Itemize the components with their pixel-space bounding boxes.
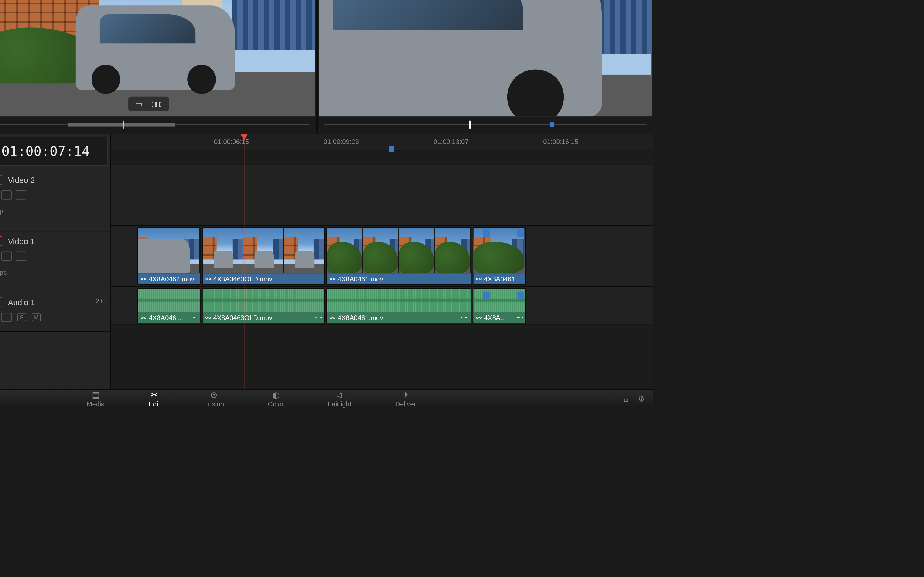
home-button[interactable]: ⌂: [624, 394, 628, 403]
timeline-ruler[interactable]: 01:00:06:1501:00:09:2301:00:13:0701:00:1…: [111, 134, 653, 151]
clip-label-text: 4X8A0463OLD.mov: [213, 275, 273, 282]
audio-clip[interactable]: ⚯4X8A0461.mov〰: [326, 288, 471, 323]
page-tab-fusion[interactable]: ⊚Fusion: [199, 390, 229, 408]
link-icon: ⚯: [141, 314, 146, 321]
link-icon: ⚯: [205, 314, 211, 321]
solo-button[interactable]: S: [17, 313, 26, 321]
link-icon: ⚯: [141, 275, 146, 282]
timeline-scrubber[interactable]: [325, 121, 646, 129]
video-only-icon[interactable]: ▭: [135, 99, 142, 108]
playhead[interactable]: [244, 134, 244, 389]
fairlight-icon: ♫: [336, 390, 343, 399]
link-icon: ⚯: [205, 275, 211, 282]
media-icon: ▤: [92, 390, 100, 399]
track-name-v1: Video 1: [8, 237, 35, 246]
track-name-v2: Video 2: [8, 175, 35, 185]
track-enable-toggle[interactable]: [16, 251, 26, 261]
page-tab-media[interactable]: ▤Media: [81, 390, 110, 408]
timeline-current-tc[interactable]: 01:00:07:14: [0, 137, 108, 166]
viewer-pair: ▭ ⫾⫾⫾ ▭ ▾ ‹ ● › ⏮ ◀ ■ ▶ ⏭ ⟲: [0, 0, 653, 150]
page-tab-label: Fairlight: [328, 400, 351, 408]
track-header-a1[interactable]: 2.0 A1Audio 1 🔓SM: [0, 293, 110, 332]
deliver-icon: ✈: [402, 390, 409, 399]
ruler-timecode: 01:00:09:23: [324, 138, 359, 145]
page-tab-edit[interactable]: ✂Edit: [143, 390, 165, 408]
track-v2[interactable]: [111, 164, 653, 226]
link-icon: ⚯: [330, 275, 335, 282]
fx-icon: 〰: [191, 314, 197, 321]
source-scrubber[interactable]: [0, 121, 310, 129]
page-tab-deliver[interactable]: ✈Deliver: [390, 390, 421, 408]
page-tab-label: Media: [87, 400, 105, 408]
audio-clip[interactable]: ⚯4X8A0463OLD.mov〰: [202, 288, 325, 323]
source-viewer-image[interactable]: ▭ ⫾⫾⫾: [0, 0, 315, 116]
page-tab-fairlight[interactable]: ♫Fairlight: [322, 390, 357, 408]
clip-count-v1: 4 Clips: [0, 269, 105, 276]
fx-icon: 〰: [462, 314, 468, 321]
clip-marker[interactable]: [483, 229, 490, 237]
track-name-a1: Audio 1: [8, 298, 35, 307]
clip-label-text: 4X8A046...: [149, 314, 182, 321]
auto-select-toggle[interactable]: [1, 313, 12, 322]
clip-label-text: 4X8A0461.mov: [338, 275, 383, 282]
track-enable-toggle[interactable]: [16, 190, 26, 200]
fx-icon: 〰: [516, 314, 522, 321]
timeline-viewer-image[interactable]: [319, 0, 651, 116]
link-icon: ⚯: [476, 314, 481, 321]
track-badge-v1[interactable]: V1: [0, 236, 2, 246]
timeline-tracks[interactable]: 01:00:06:1501:00:09:2301:00:13:0701:00:1…: [111, 134, 653, 389]
audio-only-icon[interactable]: ⫾⫾⫾: [150, 99, 163, 108]
page-tab-label: Edit: [149, 400, 160, 408]
scrub-marker[interactable]: [550, 122, 554, 127]
clip-label-text: 4X8A0462.mov: [149, 275, 194, 282]
track-header-v1[interactable]: V1Video 1 🔓 4 Clips: [0, 232, 110, 293]
link-icon: ⚯: [476, 275, 481, 282]
audio-clip[interactable]: ⚯4X8A...〰: [473, 288, 526, 323]
clip-marker[interactable]: [517, 229, 524, 237]
track-header-v2[interactable]: V2Video 2 🔓 0 Clip: [0, 171, 110, 232]
timeline-viewer: ✎ ▾ ◫ ↗ ● ⋯ ✐ ▾ ‹ ● ›: [318, 0, 653, 150]
link-icon: ⚯: [330, 314, 335, 321]
track-a1[interactable]: ⚯4X8A046...〰⚯4X8A0463OLD.mov〰⚯4X8A0461.m…: [111, 287, 653, 325]
timeline-marker[interactable]: [389, 146, 394, 153]
page-tab-label: Color: [268, 400, 284, 408]
fx-icon: 〰: [315, 314, 322, 321]
audio-clip[interactable]: ⚯4X8A046...〰: [137, 288, 201, 323]
clip-label-text: 4X8A0461...: [484, 275, 520, 282]
fusion-icon: ⊚: [210, 390, 218, 399]
track-badge-a1[interactable]: A1: [0, 297, 2, 307]
track-v1[interactable]: ⚯4X8A0462.mov⚯4X8A0463OLD.mov⚯4X8A0461.m…: [111, 226, 653, 287]
clip-label-text: 4X8A0461.mov: [338, 314, 383, 321]
page-tab-label: Fusion: [204, 400, 224, 408]
ruler-timecode: 01:00:16:15: [543, 138, 578, 145]
clip-label-text: 4X8A0463OLD.mov: [213, 314, 273, 321]
color-icon: ◐: [272, 390, 279, 399]
timeline-panel: 01:00:07:14 V2Video 2 🔓 0 Clip V1Video 1…: [0, 134, 653, 389]
video-clip[interactable]: ⚯4X8A0463OLD.mov: [202, 227, 325, 285]
channel-count: 2.0: [96, 297, 105, 305]
mute-button[interactable]: M: [32, 313, 41, 321]
clip-label-text: 4X8A...: [484, 314, 506, 321]
auto-select-toggle[interactable]: [1, 251, 12, 261]
track-badge-v2[interactable]: V2: [0, 175, 2, 185]
source-overlay-controls[interactable]: ▭ ⫾⫾⫾: [128, 97, 169, 111]
video-clip[interactable]: ⚯4X8A0462.mov: [137, 227, 201, 285]
page-tab-color[interactable]: ◐Color: [263, 390, 289, 408]
ruler-timecode: 01:00:13:07: [433, 138, 468, 145]
auto-select-toggle[interactable]: [1, 190, 12, 200]
edit-icon: ✂: [151, 390, 158, 399]
source-viewer: ▭ ⫾⫾⫾ ▭ ▾ ‹ ● › ⏮ ◀ ■ ▶ ⏭ ⟲: [0, 0, 316, 150]
project-settings-button[interactable]: ⚙: [638, 394, 645, 403]
page-tab-label: Deliver: [395, 400, 416, 408]
page-bar: ✦ DaVinci Resolve 15 PUBLIC BETA ▤Media✂…: [0, 389, 653, 408]
clip-count-v2: 0 Clip: [0, 208, 105, 215]
video-clip[interactable]: ⚯4X8A0461.mov: [326, 227, 471, 285]
main-area: ▾ Master sons Smart Bins Bruitages vent.…: [0, 0, 653, 150]
track-headers: 01:00:07:14 V2Video 2 🔓 0 Clip V1Video 1…: [0, 134, 111, 389]
video-clip[interactable]: ⚯4X8A0461...: [473, 227, 526, 285]
